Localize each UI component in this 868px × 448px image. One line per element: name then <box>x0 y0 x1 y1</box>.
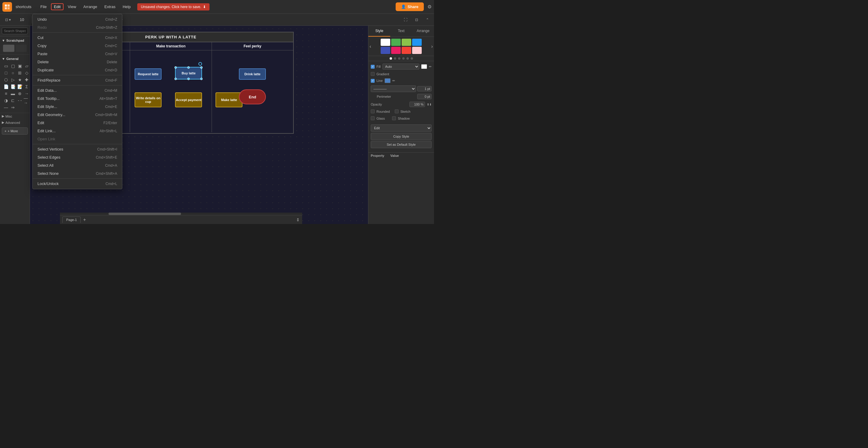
node-write-details[interactable]: Write details on cup <box>134 92 161 107</box>
scratchpad-title[interactable]: ▼ Scratchpad <box>2 37 28 43</box>
shape-diamond[interactable]: ◇ <box>24 70 30 76</box>
menu-select-all[interactable]: Select All Cmd+A <box>33 161 122 170</box>
unsaved-button[interactable]: Unsaved changes. Click here to save. ⬇ <box>137 3 210 10</box>
shape-triangle[interactable]: ▷ <box>10 77 16 83</box>
shape-stack[interactable]: ⊞ <box>17 70 23 76</box>
menu-edit-tooltip[interactable]: Edit Tooltip... Alt+Shift+T <box>33 94 122 102</box>
shape-line[interactable]: — <box>3 104 9 110</box>
add-page-button[interactable]: + <box>82 217 87 222</box>
menu-file[interactable]: File <box>37 3 50 10</box>
menu-find-replace[interactable]: Find/Replace Cmd+F <box>33 76 122 84</box>
shape-db[interactable]: ⊗ <box>17 91 23 96</box>
shape-semi[interactable]: ◑ <box>3 97 9 103</box>
toggle-sidebar-btn[interactable]: ⊡ ▾ <box>2 16 13 23</box>
menu-edit[interactable]: Edit <box>51 3 64 10</box>
line-style-select[interactable]: ———— <box>371 86 416 92</box>
share-button[interactable]: 👤 Share <box>396 2 424 11</box>
zoom-input[interactable] <box>16 18 28 22</box>
color-blue[interactable] <box>412 39 422 46</box>
menu-paste[interactable]: Paste Cmd+V <box>33 50 122 58</box>
color-light-pink[interactable] <box>412 47 422 54</box>
menu-copy[interactable]: Copy Cmd+C <box>33 42 122 50</box>
menu-edit-data[interactable]: Edit Data... Cmd+M <box>33 86 122 94</box>
menu-lock-unlock[interactable]: Lock/Unlock Cmd+L <box>33 180 122 188</box>
menu-select-vertices[interactable]: Select Vertices Cmd+Shift+I <box>33 145 122 153</box>
shape-list[interactable]: ≡ <box>3 91 9 96</box>
shape-hex[interactable]: ⬡ <box>3 77 9 83</box>
menu-select-edges[interactable]: Select Edges Cmd+Shift+E <box>33 153 122 161</box>
line-color-edit[interactable]: ✏ <box>392 79 395 83</box>
search-shapes-input[interactable] <box>2 28 28 34</box>
dot-6[interactable] <box>411 57 413 60</box>
copy-style-button[interactable]: Copy Style <box>371 133 432 140</box>
line-checkbox[interactable]: ✓ <box>371 79 375 83</box>
tab-text[interactable]: Text <box>390 26 412 37</box>
edit-dropdown[interactable]: Edit <box>371 124 432 132</box>
scratch-box-2[interactable] <box>16 45 27 52</box>
scratch-box-1[interactable] <box>3 45 14 52</box>
app-logo[interactable] <box>2 2 12 12</box>
fill-color-edit[interactable]: ✏ <box>429 65 432 69</box>
menu-undo[interactable]: Undo Cmd+Z <box>33 15 122 23</box>
perimeter-input[interactable] <box>417 94 432 99</box>
dot-4[interactable] <box>402 57 405 60</box>
collapse-btn[interactable]: ⌃ <box>423 16 432 23</box>
menu-help[interactable]: Help <box>120 3 134 10</box>
rounded-checkbox[interactable] <box>371 110 375 113</box>
menu-arrange[interactable]: Arrange <box>80 3 100 10</box>
shape-rect-round[interactable]: ▢ <box>10 63 16 69</box>
opacity-input[interactable] <box>409 102 425 107</box>
node-request-latte[interactable]: Request latte <box>134 68 161 80</box>
color-green2[interactable] <box>402 39 411 46</box>
shape-star[interactable]: ★ <box>17 77 23 83</box>
node-accept-payment[interactable]: Accept payment <box>175 92 202 107</box>
shape-bracket[interactable]: ⊏ <box>10 97 16 103</box>
shape-rect4[interactable]: ▬ <box>10 91 16 96</box>
shape-note[interactable]: 📝 <box>17 84 23 90</box>
fill-select[interactable]: Auto <box>382 64 419 69</box>
shape-rect2[interactable]: ▣ <box>17 63 23 69</box>
color-pink[interactable] <box>391 47 401 54</box>
line-width-input[interactable] <box>417 86 432 91</box>
scroll-thumb[interactable] <box>108 213 181 215</box>
dot-1[interactable] <box>390 57 392 60</box>
menu-duplicate[interactable]: Duplicate Cmd+D <box>33 66 122 74</box>
shape-line-dashed[interactable]: - - <box>17 97 23 103</box>
menu-select-none[interactable]: Select None Cmd+Shift+A <box>33 170 122 178</box>
shape-rect3[interactable]: □ <box>3 70 9 76</box>
line-color-box[interactable] <box>384 78 391 83</box>
shape-rect[interactable]: ▭ <box>3 63 9 69</box>
shape-dbl-arr[interactable]: ⇒ <box>10 104 16 110</box>
gradient-checkbox[interactable] <box>371 72 375 76</box>
color-nav-left[interactable]: ‹ <box>370 44 371 49</box>
advanced-section[interactable]: ▶ Advanced <box>0 119 30 126</box>
color-nav-right[interactable]: › <box>431 44 433 49</box>
menu-cut[interactable]: Cut Cmd+X <box>33 34 122 42</box>
page-tab-1[interactable]: Page-1 <box>62 216 81 223</box>
shape-sigma[interactable]: Σ <box>24 84 30 90</box>
shadow-checkbox[interactable] <box>392 116 396 120</box>
dot-3[interactable] <box>398 57 400 60</box>
menu-edit-style[interactable]: Edit Style... Cmd+E <box>33 102 122 111</box>
opacity-stepper[interactable]: ⬆⬇ <box>427 103 432 106</box>
fill-checkbox[interactable]: ✓ <box>371 65 375 69</box>
toggle-bottom-sidebar-btn[interactable]: ⇕ <box>296 217 300 222</box>
dot-5[interactable] <box>406 57 409 60</box>
glass-checkbox[interactable] <box>371 116 375 120</box>
set-default-style-button[interactable]: Set as Default Style <box>371 141 432 148</box>
color-white[interactable] <box>381 39 390 46</box>
color-green1[interactable] <box>391 39 401 46</box>
fullscreen-btn[interactable]: ⛶ <box>401 16 410 23</box>
menu-extras[interactable]: Extras <box>101 3 118 10</box>
misc-section[interactable]: ▶ Misc <box>0 113 30 119</box>
fill-color-box[interactable] <box>421 64 427 69</box>
shape-para[interactable]: ▱ <box>24 63 30 69</box>
tab-style[interactable]: Style <box>368 26 390 37</box>
menu-view[interactable]: View <box>65 3 79 10</box>
menu-edit-geometry[interactable]: Edit Geometry... Cmd+Shift+M <box>33 111 122 119</box>
settings-icon[interactable]: ⚙ <box>427 4 432 9</box>
node-drink-latte[interactable]: Drink latte <box>239 68 266 80</box>
menu-delete[interactable]: Delete Delete <box>33 58 122 66</box>
menu-edit[interactable]: Edit F2/Enter <box>33 119 122 127</box>
shape-doc[interactable]: 📄 <box>3 84 9 90</box>
